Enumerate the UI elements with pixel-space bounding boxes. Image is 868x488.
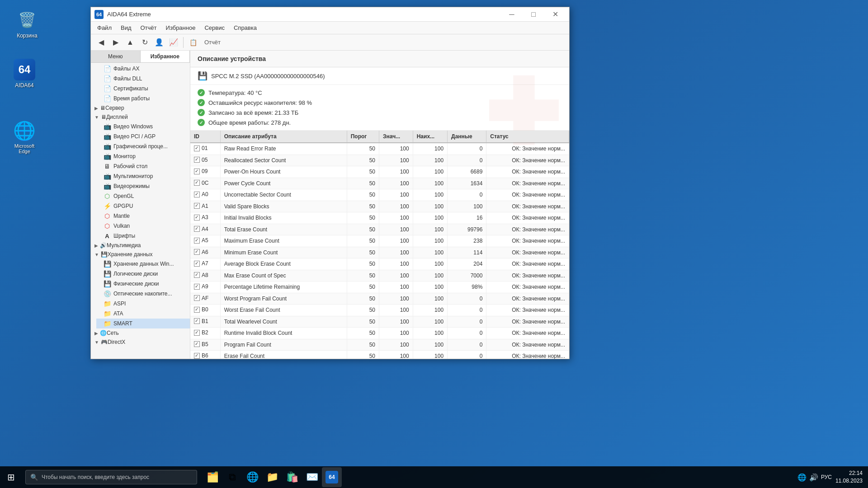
cell-value: 100 <box>379 339 413 351</box>
sidebar-item-video-pci[interactable]: 📺 Видео PCI / AGP <box>96 131 190 141</box>
sidebar-item-display[interactable]: ▼ 🖥 Дисплей <box>91 113 190 122</box>
back-button[interactable]: ◀ <box>94 36 108 49</box>
sidebar-item-mantle[interactable]: ⬡ Mantle <box>96 211 190 221</box>
row-checkbox[interactable] <box>194 215 200 221</box>
sidebar-item-uptime[interactable]: 📄 Время работы <box>91 94 190 103</box>
taskbar-app-mail[interactable]: ✉️ <box>302 467 322 487</box>
sidebar-item-monitor[interactable]: 📺 Монитор <box>96 151 190 161</box>
cell-status: ОК: Значение норм... <box>486 235 569 247</box>
chart-button[interactable]: 📈 <box>167 36 180 49</box>
cell-status: ОК: Значение норм... <box>486 189 569 201</box>
logical-disks-icon: 💾 <box>104 270 111 277</box>
sidebar-item-physical-disks[interactable]: 💾 Физические диски <box>96 279 190 289</box>
row-checkbox[interactable] <box>194 341 200 347</box>
refresh-button[interactable]: ↻ <box>138 36 151 49</box>
attr-id: A7 <box>202 260 208 267</box>
row-checkbox[interactable] <box>194 169 200 174</box>
desktop-icon-edge[interactable]: 🌐 MicrosoftEdge <box>6 120 42 154</box>
tab-menu[interactable]: Меню <box>91 51 141 62</box>
sidebar-item-multimedia[interactable]: ▶ 🔊 Мультимедиа <box>91 241 190 250</box>
desktop-icon-recycle[interactable]: 🗑️ Корзина <box>9 9 45 39</box>
cell-desc: Average Block Erase Count <box>220 258 347 270</box>
cell-threshold: 50 <box>347 224 379 235</box>
sidebar-item-ata[interactable]: 📁 ATA <box>96 309 190 319</box>
sidebar-item-network[interactable]: ▶ 🌐 Сеть <box>91 328 190 338</box>
row-checkbox[interactable] <box>194 330 200 336</box>
sidebar-item-aspi[interactable]: 📁 ASPI <box>96 299 190 309</box>
menu-report[interactable]: Отчёт <box>136 23 161 33</box>
minimize-button[interactable]: ─ <box>501 7 522 22</box>
taskbar-app-explorer[interactable]: 🗂️ <box>203 467 222 487</box>
taskbar-app-aida64[interactable]: 64 <box>322 467 342 487</box>
language-tray[interactable]: РУС <box>821 474 832 480</box>
taskbar-app-files[interactable]: 📁 <box>262 467 282 487</box>
close-button[interactable]: ✕ <box>545 7 566 22</box>
row-checkbox[interactable] <box>194 226 200 232</box>
sidebar-item-gpgpu[interactable]: ⚡ GPGPU <box>96 201 190 211</box>
sidebar-item-storage[interactable]: ▼ 💾 Хранение данных <box>91 250 190 259</box>
sidebar-item-opengl[interactable]: ⬡ OpenGL <box>96 191 190 201</box>
attr-id: 0C <box>202 180 208 186</box>
taskbar-app-edge[interactable]: 🌐 <box>242 467 262 487</box>
sidebar-item-videomodes[interactable]: 📺 Видеорежимы <box>96 181 190 191</box>
taskbar-search[interactable]: 🔍 Чтобы начать поиск, введите здесь запр… <box>25 470 197 484</box>
sidebar-item-gpu[interactable]: 📺 Графический проце... <box>96 141 190 151</box>
sidebar-item-directx[interactable]: ▼ 🎮 DirectX <box>91 338 190 347</box>
row-checkbox[interactable] <box>194 157 200 163</box>
row-checkbox[interactable] <box>194 295 200 301</box>
row-checkbox[interactable] <box>194 272 200 278</box>
menu-help[interactable]: Справка <box>229 23 261 33</box>
menu-favorites[interactable]: Избранное <box>161 23 200 33</box>
row-checkbox[interactable] <box>194 284 200 290</box>
cell-threshold: 50 <box>347 155 379 166</box>
network-tray-icon[interactable]: 🌐 <box>797 473 807 482</box>
row-checkbox[interactable] <box>194 192 200 197</box>
sidebar-item-certs[interactable]: 📄 Сертификаты <box>91 84 190 94</box>
forward-button[interactable]: ▶ <box>109 36 123 49</box>
smart-table-container[interactable]: ID Описание атрибута Порог Знач... Наих.… <box>190 131 569 359</box>
sidebar-item-desktop[interactable]: 🖥 Рабочий стол <box>96 161 190 171</box>
row-checkbox[interactable] <box>194 180 200 186</box>
row-checkbox[interactable] <box>194 145 200 151</box>
desktop-icon-aida64[interactable]: 64 AIDA64 <box>6 59 42 89</box>
up-button[interactable]: ▲ <box>123 36 137 49</box>
window-controls: ─ □ ✕ <box>501 7 566 22</box>
sidebar-item-files-dll[interactable]: 📄 Файлы DLL <box>91 74 190 84</box>
start-button[interactable]: ⊞ <box>0 466 22 488</box>
menu-service[interactable]: Сервис <box>200 23 229 33</box>
sidebar-item-multimonitor[interactable]: 📺 Мультимонитор <box>96 171 190 181</box>
maximize-button[interactable]: □ <box>523 7 544 22</box>
cell-threshold: 50 <box>347 351 379 359</box>
row-checkbox[interactable] <box>194 238 200 244</box>
volume-tray-icon[interactable]: 🔊 <box>809 473 818 482</box>
user-button[interactable]: 👤 <box>152 36 166 49</box>
sidebar-item-vulkan[interactable]: ⬡ Vulkan <box>96 221 190 231</box>
row-checkbox[interactable] <box>194 249 200 255</box>
taskbar-app-widgets[interactable]: ⧉ <box>222 467 242 487</box>
sidebar-item-server[interactable]: ▶ 🖥 Сервер <box>91 103 190 113</box>
taskbar-time-display[interactable]: 22:14 11.08.2023 <box>835 469 863 485</box>
cell-value: 100 <box>379 328 413 339</box>
tab-favorites[interactable]: Избранное <box>141 51 190 62</box>
taskbar-app-store[interactable]: 🛍️ <box>282 467 302 487</box>
sidebar-item-optical[interactable]: 💿 Оптические накопите... <box>96 289 190 299</box>
status-dot-uptime <box>198 119 205 126</box>
cell-worst: 100 <box>413 328 447 339</box>
sidebar-item-files-ax[interactable]: 📄 Файлы AX <box>91 64 190 74</box>
row-checkbox[interactable] <box>194 203 200 209</box>
cell-id: A9 <box>190 282 220 293</box>
sidebar-item-fonts[interactable]: A Шрифты <box>96 231 190 241</box>
menu-file[interactable]: Файл <box>93 23 116 33</box>
row-checkbox[interactable] <box>194 307 200 313</box>
multimedia-expand-arrow: ▶ <box>94 243 98 248</box>
menu-view[interactable]: Вид <box>116 23 136 33</box>
row-checkbox[interactable] <box>194 261 200 267</box>
row-checkbox[interactable] <box>194 318 200 324</box>
sidebar-item-storage-win[interactable]: 💾 Хранение данных Win... <box>96 259 190 269</box>
sidebar-item-smart[interactable]: 📁 SMART <box>96 319 190 328</box>
table-row: 09 Power-On Hours Count 50 100 100 6689 … <box>190 166 569 178</box>
storage-win-icon: 💾 <box>104 260 111 267</box>
sidebar-item-logical-disks[interactable]: 💾 Логические диски <box>96 269 190 279</box>
sidebar-item-video-win[interactable]: 📺 Видео Windows <box>96 122 190 131</box>
row-checkbox[interactable] <box>194 353 200 359</box>
